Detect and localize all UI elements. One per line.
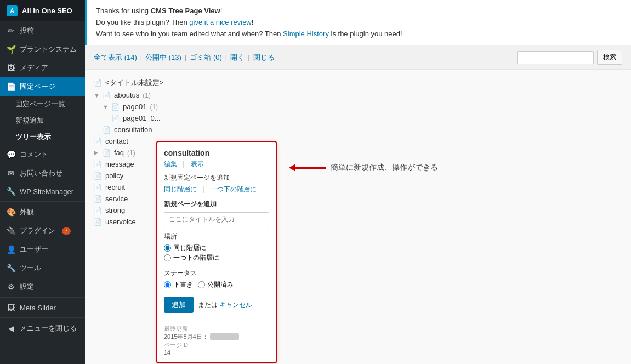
- submenu-tree-view[interactable]: ツリー表示: [0, 129, 85, 145]
- search-button[interactable]: 検索: [597, 50, 622, 65]
- filter-trash-count: (0): [213, 53, 222, 61]
- users-icon: 👤: [7, 245, 15, 254]
- popup-view-link[interactable]: 表示: [191, 160, 204, 168]
- tree-item-page01-0[interactable]: 📄 page01_0...: [94, 112, 622, 124]
- sidebar-label-settings: 設定: [20, 282, 34, 292]
- filter-trash[interactable]: ゴミ箱 (0): [190, 53, 222, 62]
- posts-icon: ✏: [7, 26, 15, 35]
- page-doc-icon: 📄: [94, 79, 102, 87]
- toggle-icon-aboutus: ▼: [94, 92, 100, 99]
- tree-count-aboutus: (1): [143, 92, 151, 99]
- sidebar-item-plugins[interactable]: 🔌 プラグイン 7: [0, 221, 85, 240]
- popup-location-label: 場所: [164, 232, 269, 241]
- sidebar-item-metaslider[interactable]: 🖼 Meta Slider: [0, 299, 85, 316]
- popup-title: consultation: [164, 149, 269, 157]
- popup-radio-below[interactable]: 一つ下の階層に: [164, 253, 219, 263]
- main-content: Thanks for using CMS Tree Page View! Do …: [85, 0, 631, 364]
- popup-one-below-link[interactable]: 一つ下の階層に: [211, 185, 257, 193]
- tree-label-page01-0: page01_0...: [123, 114, 161, 122]
- popup-status-draft-input[interactable]: [164, 281, 171, 288]
- notice-history-link[interactable]: Simple History: [283, 30, 329, 38]
- popup-cancel-link[interactable]: キャンセル: [219, 301, 252, 309]
- tree-label-message: message: [105, 160, 134, 168]
- popup-radio-same-input[interactable]: [164, 244, 171, 252]
- popup-status-draft[interactable]: 下書き: [164, 280, 193, 289]
- tree-label-aboutus: aboutus: [114, 91, 139, 99]
- tree-item-aboutus[interactable]: ▼ 📄 aboutus (1): [94, 89, 622, 101]
- notice-line3: Want to see who in you team edited what …: [96, 29, 622, 40]
- tree-label-recruit: recruit: [105, 183, 125, 191]
- sidebar-item-media[interactable]: 🖼 メディア: [0, 59, 85, 77]
- popup-status-published-input[interactable]: [198, 281, 205, 288]
- brand-icon: A: [7, 5, 18, 16]
- popup-add-links: 同じ階層に ｜ 一つ下の階層に: [164, 185, 269, 194]
- popup-radio-below-input[interactable]: [164, 254, 171, 261]
- notice-review-link[interactable]: give it a nice review: [189, 18, 251, 26]
- popup-title-input[interactable]: [164, 212, 269, 226]
- annotation-text: 簡単に新規作成、操作ができる: [331, 163, 438, 173]
- tree-label-strong: strong: [105, 206, 125, 214]
- contact-icon: ✉: [7, 169, 15, 178]
- sidebar-item-pages[interactable]: 📄 固定ページ: [0, 77, 85, 96]
- sidebar-label-close-menu: メニューを閉じる: [20, 323, 77, 333]
- sidebar-item-close-menu[interactable]: ◀ メニューを閉じる: [0, 319, 85, 338]
- metaslider-icon: 🖼: [7, 303, 15, 312]
- filter-open[interactable]: 開く: [230, 53, 245, 62]
- filter-published[interactable]: 公開中 (13): [145, 53, 181, 62]
- submenu-add-new[interactable]: 新規追加: [0, 112, 85, 129]
- popup-add-button[interactable]: 追加: [164, 297, 194, 313]
- sidebar-divider: [0, 201, 85, 202]
- popup-edit-link[interactable]: 編集: [164, 160, 177, 168]
- notice-line2-prefix: Do you like this plugin? Then: [96, 18, 189, 26]
- filter-all-label: 全て表示: [94, 53, 122, 61]
- tree-item-page01[interactable]: ▼ 📄 page01 (1): [94, 101, 622, 112]
- tree-item-untitled[interactable]: 📄 <タイトル未設定>: [94, 76, 622, 89]
- wpmanager-icon: 🔧: [7, 187, 15, 196]
- sidebar-label-tools: ツール: [20, 263, 41, 273]
- popup-last-updated: 最終更新 2015年8月4日： ■■■■■■■■: [164, 325, 269, 341]
- search-input[interactable]: [517, 51, 594, 64]
- sidebar-item-contact[interactable]: ✉ お問い合わせ: [0, 164, 85, 183]
- pages-icon: 📄: [7, 82, 15, 91]
- plant-icon: 🌱: [7, 45, 15, 54]
- page-doc-icon8: 📄: [94, 161, 102, 168]
- sidebar-label-contact: お問い合わせ: [20, 168, 62, 178]
- popup-status-published[interactable]: 公開済み: [198, 280, 234, 289]
- page-doc-icon3: 📄: [111, 103, 120, 111]
- page-doc-icon10: 📄: [94, 184, 102, 191]
- toggle-icon-faq: ▶: [94, 149, 100, 156]
- submenu-all-pages[interactable]: 固定ページ一覧: [0, 96, 85, 112]
- notice-bar: Thanks for using CMS Tree Page View! Do …: [85, 0, 631, 46]
- popup-or: または: [198, 301, 218, 309]
- notice-line3-end: is the plugin you need!: [329, 30, 402, 38]
- tree-label-policy: policy: [105, 172, 123, 180]
- sidebar-item-plant[interactable]: 🌱 プラントシステム: [0, 40, 85, 59]
- popup-radio-same[interactable]: 同じ階層に: [164, 243, 206, 253]
- sidebar-item-settings[interactable]: ⚙ 設定: [0, 277, 85, 296]
- filter-published-count: (13): [169, 53, 181, 61]
- tree-label-faq: faq: [114, 149, 124, 157]
- sidebar-item-comments[interactable]: 💬 コメント: [0, 145, 85, 164]
- tree-count-faq: (1): [127, 149, 135, 157]
- sidebar-item-tools[interactable]: 🔧 ツール: [0, 259, 85, 277]
- sidebar-item-users[interactable]: 👤 ユーザー: [0, 240, 85, 259]
- sidebar-item-wpmanager[interactable]: 🔧 WP SiteManager: [0, 183, 85, 200]
- popup-same-level-link[interactable]: 同じ階層に: [164, 185, 197, 193]
- tree-item-consultation[interactable]: 📄 consultation: [94, 124, 622, 135]
- popup-sep1: ｜: [180, 160, 187, 168]
- page-doc-icon6: 📄: [94, 138, 102, 145]
- sidebar-label-metaslider: Meta Slider: [20, 304, 56, 312]
- page-doc-icon13: 📄: [94, 218, 102, 226]
- settings-icon: ⚙: [7, 282, 15, 291]
- sidebar-item-appearance[interactable]: 🎨 外観: [0, 203, 85, 221]
- filter-all[interactable]: 全て表示 (14): [94, 53, 137, 62]
- tree-label-page01: page01: [123, 103, 146, 111]
- filter-close[interactable]: 閉じる: [253, 53, 275, 62]
- popup-last-updated-date: 2015年8月4日：: [164, 333, 208, 340]
- popup-add-page-label: 新規固定ページを追加: [164, 173, 269, 183]
- notice-line1: Thanks for using CMS Tree Page View!: [96, 5, 622, 17]
- sidebar-item-posts[interactable]: ✏ 投稿: [0, 21, 85, 40]
- tree-label-service: service: [105, 195, 128, 203]
- page-doc-icon4: 📄: [111, 115, 120, 122]
- sidebar-label-plant: プラントシステム: [20, 44, 77, 54]
